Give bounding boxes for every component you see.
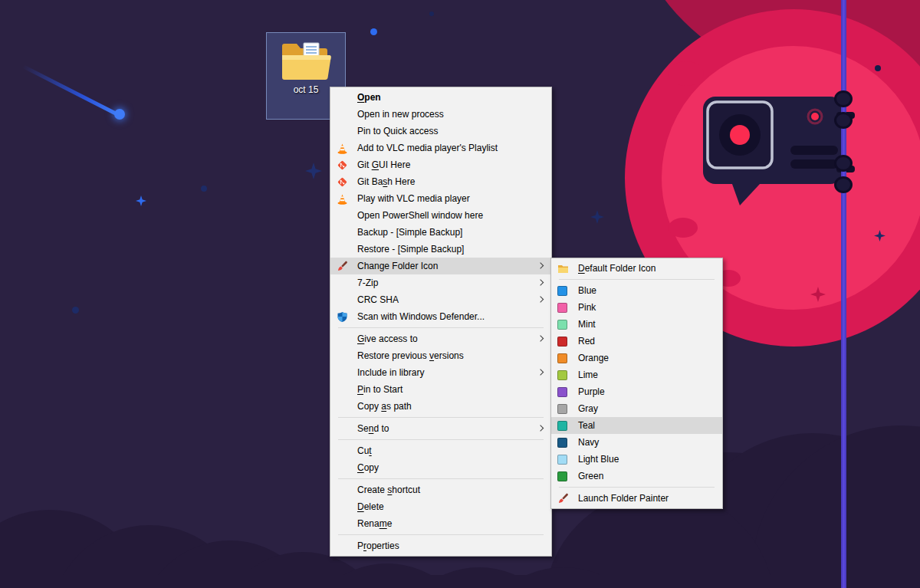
menu-item-scan-with-windows-defender[interactable]: Scan with Windows Defender...	[330, 308, 551, 325]
icon-placeholder	[337, 277, 352, 289]
color-swatch	[557, 386, 573, 398]
menu-item-launch-folder-painter[interactable]: Launch Folder Painter	[551, 490, 722, 507]
color-swatch	[557, 470, 573, 482]
menu-item-label: Default Folder Icon	[578, 263, 656, 274]
menu-item-pin-to-quick-access[interactable]: Pin to Quick access	[330, 123, 551, 140]
menu-item-restore-simple-backup[interactable]: Restore - [Simple Backup]	[330, 241, 551, 258]
defender-icon	[337, 310, 352, 323]
menu-item-open-in-new-process[interactable]: Open in new process	[330, 106, 551, 123]
menu-item-copy[interactable]: Copy	[330, 459, 551, 476]
menu-item-label: Copy	[357, 462, 379, 473]
menu-item-label: Gray	[578, 403, 598, 414]
menu-item-label: Purple	[578, 386, 605, 397]
brush-icon	[557, 492, 573, 504]
menu-item-green[interactable]: Green	[551, 468, 722, 485]
menu-item-orange[interactable]: Orange	[551, 350, 722, 366]
menu-item-label: Pink	[578, 302, 596, 313]
submenu-list: Default Folder IconBluePinkMintRedOrange…	[551, 260, 722, 507]
menu-item-label: Lime	[578, 370, 598, 380]
menu-item-git-gui-here[interactable]: Git GUI Here	[330, 156, 551, 173]
menu-item-label: Play with VLC media player	[357, 193, 470, 204]
menu-item-label: Restore previous versions	[357, 350, 464, 361]
menu-item-label: Include in library	[357, 367, 424, 378]
submenu-arrow-icon	[537, 335, 544, 341]
menu-item-teal[interactable]: Teal	[551, 417, 722, 434]
menu-item-open-powershell-window-here[interactable]: Open PowerShell window here	[330, 207, 551, 224]
menu-item-label: Open in new process	[357, 109, 444, 120]
menu-item-play-with-vlc-media-player[interactable]: Play with VLC media player	[330, 190, 551, 207]
menu-item-7-zip[interactable]: 7-Zip	[330, 274, 551, 291]
menu-item-gray[interactable]: Gray	[551, 400, 722, 417]
desktop[interactable]: { "desktop": { "folder_icon": { "label":…	[0, 0, 920, 588]
color-swatch-orange	[557, 353, 567, 363]
menu-item-cut[interactable]: Cut	[330, 442, 551, 459]
icon-placeholder	[337, 125, 352, 137]
menu-item-label: Pin to Quick access	[357, 126, 438, 136]
zipline-coil	[834, 155, 853, 172]
menu-item-git-bash-here[interactable]: Git Bash Here	[330, 173, 551, 190]
menu-item-purple[interactable]: Purple	[551, 383, 722, 400]
menu-item-label: Send to	[357, 423, 389, 434]
icon-placeholder	[337, 462, 352, 474]
menu-item-navy[interactable]: Navy	[551, 434, 722, 451]
menu-item-label: Backup - [Simple Backup]	[357, 227, 462, 238]
menu-item-crc-sha[interactable]: CRC SHA	[330, 291, 551, 308]
submenu-arrow-icon	[537, 369, 544, 375]
color-swatch	[557, 301, 573, 314]
menu-item-give-access-to[interactable]: Give access to	[330, 330, 551, 347]
menu-item-blue[interactable]: Blue	[551, 282, 722, 299]
zipline	[841, 0, 846, 588]
menu-item-create-shortcut[interactable]: Create shortcut	[330, 481, 551, 498]
color-swatch-pink	[557, 303, 567, 313]
menu-item-red[interactable]: Red	[551, 333, 722, 350]
menu-separator	[559, 279, 715, 280]
icon-placeholder	[337, 400, 352, 412]
menu-item-mint[interactable]: Mint	[551, 316, 722, 333]
zipline-coil	[834, 112, 853, 129]
menu-item-label: Delete	[357, 501, 384, 512]
menu-item-restore-previous-versions[interactable]: Restore previous versions	[330, 347, 551, 364]
menu-separator	[338, 439, 544, 440]
menu-item-label: Git Bash Here	[357, 176, 415, 187]
menu-item-rename[interactable]: Rename	[330, 515, 551, 532]
menu-item-default-folder-icon[interactable]: Default Folder Icon	[551, 260, 722, 277]
icon-placeholder	[337, 540, 352, 552]
menu-item-add-to-vlc-media-player-s-playlist[interactable]: Add to VLC media player's Playlist	[330, 140, 551, 156]
color-swatch-navy	[557, 438, 567, 448]
menu-item-label: Properties	[357, 540, 399, 551]
menu-item-label: Blue	[578, 285, 596, 296]
icon-placeholder	[337, 350, 352, 362]
menu-item-label: CRC SHA	[357, 294, 399, 305]
icon-placeholder	[337, 108, 352, 120]
menu-item-include-in-library[interactable]: Include in library	[330, 364, 551, 381]
menu-item-backup-simple-backup[interactable]: Backup - [Simple Backup]	[330, 224, 551, 241]
menu-item-label: Rename	[357, 518, 392, 529]
menu-item-lime[interactable]: Lime	[551, 366, 722, 383]
folder-icon	[281, 40, 331, 81]
menu-item-label: Change Folder Icon	[357, 261, 438, 271]
menu-item-send-to[interactable]: Send to	[330, 420, 551, 437]
vlc-icon	[337, 192, 352, 205]
color-swatch	[557, 352, 573, 364]
brush-icon	[337, 260, 352, 272]
menu-item-change-folder-icon[interactable]: Change Folder Icon	[330, 258, 551, 274]
menu-item-label: Git GUI Here	[357, 159, 410, 170]
menu-item-pin-to-start[interactable]: Pin to Start	[330, 381, 551, 398]
menu-item-properties[interactable]: Properties	[330, 537, 551, 554]
menu-item-label: Teal	[578, 420, 595, 431]
color-swatch-purple	[557, 387, 567, 397]
color-swatch	[557, 284, 573, 297]
icon-placeholder	[337, 501, 352, 513]
submenu-arrow-icon	[537, 296, 544, 302]
color-swatch	[557, 453, 573, 465]
menu-item-light-blue[interactable]: Light Blue	[551, 451, 722, 468]
menu-item-label: Copy as path	[357, 401, 412, 412]
menu-separator	[338, 417, 544, 418]
menu-item-pink[interactable]: Pink	[551, 299, 722, 316]
menu-item-copy-as-path[interactable]: Copy as path	[330, 398, 551, 415]
menu-item-label: Restore - [Simple Backup]	[357, 244, 464, 255]
menu-item-open[interactable]: Open	[330, 89, 551, 106]
icon-placeholder	[337, 294, 352, 306]
menu-item-delete[interactable]: Delete	[330, 498, 551, 515]
icon-placeholder	[337, 484, 352, 496]
